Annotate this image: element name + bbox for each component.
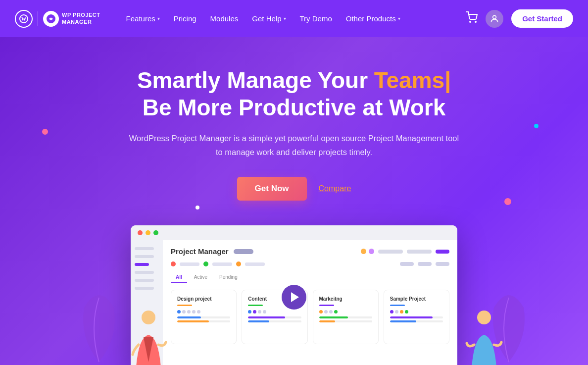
content-title: Project Manager bbox=[171, 247, 229, 256]
filter-pill3 bbox=[436, 262, 449, 266]
project-card-design: Design project bbox=[171, 290, 237, 344]
svg-point-7 bbox=[477, 311, 491, 324]
sidebar-line bbox=[135, 287, 154, 290]
filter-row bbox=[171, 261, 449, 266]
card-progress bbox=[390, 316, 443, 318]
filter-line2 bbox=[212, 262, 232, 266]
card-dot bbox=[187, 310, 191, 313]
chevron-down-icon: ▾ bbox=[398, 16, 400, 21]
compare-link[interactable]: Compare bbox=[319, 184, 351, 193]
card-bar bbox=[177, 305, 192, 306]
card-progress-fill2 bbox=[248, 320, 269, 322]
card-dot bbox=[400, 310, 403, 313]
nav-get-help[interactable]: Get Help ▾ bbox=[246, 10, 292, 27]
get-now-button[interactable]: Get Now bbox=[237, 177, 307, 201]
card-progress2 bbox=[248, 320, 301, 322]
card-dot bbox=[253, 310, 256, 313]
nav-pricing[interactable]: Pricing bbox=[168, 10, 202, 27]
deco-dot-cyan bbox=[534, 124, 539, 128]
traffic-light-yellow bbox=[146, 230, 150, 235]
card-progress-fill2 bbox=[319, 320, 335, 322]
header-line bbox=[378, 250, 403, 254]
card-progress-fill2 bbox=[177, 320, 209, 322]
traffic-light-red bbox=[138, 230, 143, 235]
hero-buttons: Get Now Compare bbox=[237, 177, 351, 201]
person-right-decoration bbox=[464, 308, 504, 365]
filter-dot-red bbox=[171, 261, 176, 266]
card-bar bbox=[248, 305, 263, 306]
card-progress-fill bbox=[319, 316, 348, 318]
header-line2 bbox=[407, 250, 432, 254]
hero-subtitle: WordPress Project Manager is a simple ye… bbox=[126, 131, 462, 159]
chevron-down-icon: ▾ bbox=[157, 16, 160, 21]
logo-brand[interactable]: WP PROJECT MANAGER bbox=[43, 11, 100, 27]
card-progress2 bbox=[319, 320, 372, 322]
person-left-decoration bbox=[129, 308, 168, 365]
sidebar-line bbox=[135, 255, 154, 258]
nav-links: Features ▾ Pricing Modules Get Help ▾ Tr… bbox=[120, 10, 466, 27]
card-dot bbox=[390, 310, 393, 313]
nav-actions: Get Started bbox=[466, 9, 573, 28]
project-card-marketing: Markeitng bbox=[313, 290, 379, 344]
nav-modules[interactable]: Modules bbox=[204, 10, 245, 27]
card-title: Sample Project bbox=[390, 296, 443, 302]
card-dot bbox=[319, 310, 323, 313]
card-dots bbox=[248, 310, 301, 313]
tab-pending[interactable]: Pending bbox=[214, 272, 243, 283]
card-dots bbox=[390, 310, 443, 313]
nav-other-products[interactable]: Other Products ▾ bbox=[340, 10, 406, 27]
tab-all[interactable]: All bbox=[171, 272, 187, 283]
card-progress-fill bbox=[248, 316, 285, 318]
cart-icon[interactable] bbox=[466, 11, 478, 26]
header-circle-orange bbox=[361, 249, 366, 254]
svg-text:W: W bbox=[21, 16, 26, 22]
header-circles bbox=[361, 249, 374, 254]
logo-wp-icon[interactable]: W bbox=[15, 10, 33, 28]
navbar: W WP PROJECT MANAGER Features ▾ Pricing bbox=[0, 0, 588, 37]
play-button[interactable] bbox=[282, 285, 306, 310]
svg-point-4 bbox=[475, 21, 476, 22]
card-dot bbox=[182, 310, 186, 313]
card-title: Design project bbox=[177, 296, 230, 302]
card-progress-fill2 bbox=[390, 320, 417, 322]
svg-point-5 bbox=[493, 15, 496, 19]
hero-title: Smartly Manage Your Teams| Be More Produ… bbox=[137, 67, 451, 121]
card-dot bbox=[395, 310, 398, 313]
card-progress bbox=[319, 316, 372, 318]
logo-divider bbox=[38, 11, 38, 26]
user-avatar[interactable] bbox=[486, 10, 503, 28]
dashboard-preview: Project Manager bbox=[131, 225, 457, 365]
svg-point-6 bbox=[142, 311, 155, 324]
traffic-light-green bbox=[153, 230, 158, 235]
chevron-down-icon: ▾ bbox=[284, 16, 286, 21]
card-dots bbox=[319, 310, 372, 313]
get-started-button[interactable]: Get Started bbox=[511, 9, 573, 28]
content-header: Project Manager bbox=[171, 247, 449, 256]
nav-try-demo[interactable]: Try Demo bbox=[294, 10, 338, 27]
deco-dot-pink2 bbox=[504, 198, 511, 205]
card-dot bbox=[263, 310, 266, 313]
tab-active[interactable]: Active bbox=[189, 272, 212, 283]
tab-row: All Active Pending bbox=[171, 272, 449, 283]
filter-line3 bbox=[245, 262, 265, 266]
card-dot bbox=[197, 310, 200, 313]
nav-features[interactable]: Features ▾ bbox=[120, 10, 166, 27]
brand-text: WP PROJECT MANAGER bbox=[62, 12, 100, 25]
hero-section: Smartly Manage Your Teams| Be More Produ… bbox=[0, 37, 588, 365]
window-titlebar bbox=[131, 225, 457, 240]
wp-circle-icon: W bbox=[15, 10, 33, 28]
card-progress bbox=[177, 316, 230, 318]
card-dot bbox=[248, 310, 251, 313]
cards-row: Design project bbox=[171, 290, 449, 344]
logo-area: W WP PROJECT MANAGER bbox=[15, 10, 100, 28]
sidebar-line bbox=[135, 271, 154, 274]
card-dot bbox=[324, 310, 328, 313]
deco-dot-white bbox=[196, 206, 199, 209]
filter-pill2 bbox=[418, 262, 432, 266]
card-bar bbox=[390, 305, 405, 306]
project-card-sample: Sample Project bbox=[384, 290, 449, 344]
play-triangle-icon bbox=[291, 292, 299, 302]
header-line3 bbox=[436, 250, 449, 254]
card-progress-fill bbox=[177, 316, 201, 318]
sidebar-line bbox=[135, 279, 154, 282]
